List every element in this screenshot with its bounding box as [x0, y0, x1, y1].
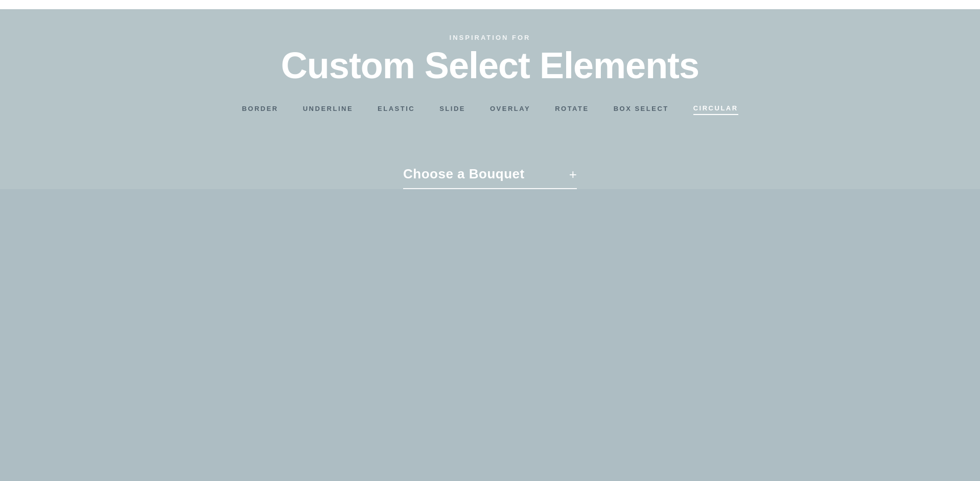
bottom-section [0, 189, 980, 481]
tab-rotate[interactable]: ROTATE [555, 103, 589, 114]
tab-circular[interactable]: CIRCULAR [693, 102, 738, 115]
custom-select-label[interactable]: Choose a Bouquet + [403, 166, 577, 189]
tab-slide[interactable]: SLIDE [439, 103, 465, 114]
header: INSPIRATION FOR Custom Select Elements B… [117, 9, 863, 115]
nav-tabs: BORDER UNDERLINE ELASTIC SLIDE OVERLAY R… [242, 102, 738, 115]
tab-border[interactable]: BORDER [242, 103, 278, 114]
tab-elastic[interactable]: ELASTIC [378, 103, 415, 114]
page-wrapper: INSPIRATION FOR Custom Select Elements B… [0, 0, 980, 481]
tab-overlay[interactable]: OVERLAY [490, 103, 530, 114]
top-bar [0, 0, 980, 9]
main-content: INSPIRATION FOR Custom Select Elements B… [107, 9, 873, 189]
inspiration-label: INSPIRATION FOR [450, 34, 531, 41]
page-title: Custom Select Elements [281, 45, 699, 86]
select-area: Choose a Bouquet + [117, 166, 863, 189]
select-expand-icon: + [569, 168, 577, 181]
tab-underline[interactable]: UNDERLINE [303, 103, 353, 114]
select-placeholder: Choose a Bouquet [403, 166, 525, 182]
tab-box-select[interactable]: BOX SELECT [614, 103, 669, 114]
custom-select[interactable]: Choose a Bouquet + [403, 166, 577, 189]
